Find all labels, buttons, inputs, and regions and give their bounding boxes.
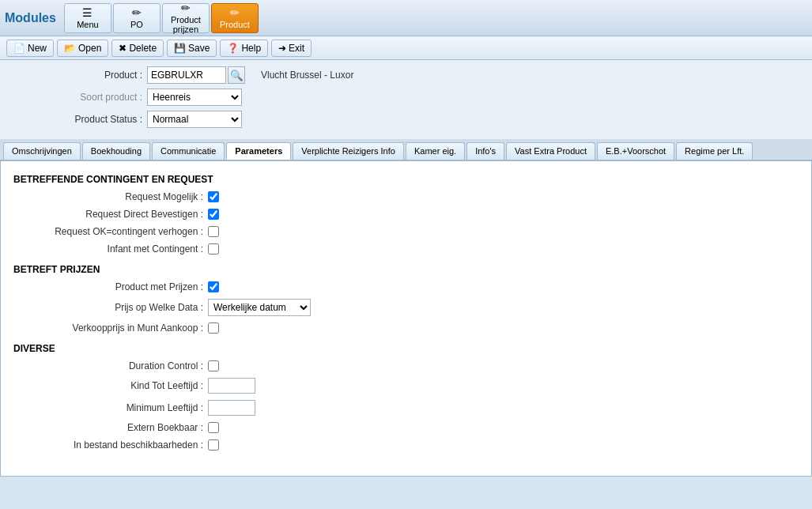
save-button[interactable]: 💾 Save — [167, 40, 217, 57]
inbestand-checkbox[interactable] — [208, 439, 219, 451]
request-direct-row: Request Direct Bevestigen : — [13, 209, 799, 220]
tab-boekhouding[interactable]: Boekhouding — [82, 142, 150, 160]
toolbar-top: Modules ☰ Menu ✏ PO ✏ Product prijzen ✏ … — [0, 0, 812, 36]
verkoopprijs-label: Verkoopprijs in Munt Aankoop : — [13, 322, 203, 334]
po-icon: ✏ — [132, 6, 142, 19]
exit-label: Exit — [289, 43, 304, 54]
verkoopprijs-checkbox[interactable] — [208, 322, 219, 334]
toolbar-btn-product[interactable]: ✏ Product — [211, 3, 259, 33]
tab-verplichte-reizigers-info[interactable]: Verplichte Reizigers Info — [293, 142, 404, 160]
product-name-text: Vlucht Brussel - Luxor — [261, 70, 353, 81]
tab-eb-voorschot[interactable]: E.B.+Voorschot — [597, 142, 674, 160]
request-mogelijk-checkbox[interactable] — [208, 191, 219, 202]
toolbar-btn-product-prijzen[interactable]: ✏ Product prijzen — [162, 3, 210, 33]
prijs-op-data-label: Prijs op Welke Data : — [13, 302, 203, 313]
delete-button[interactable]: ✖ Delete — [111, 40, 164, 57]
tab-regime-per-lft[interactable]: Regime per Lft. — [676, 142, 753, 160]
delete-label: Delete — [129, 43, 157, 54]
exit-icon: ➜ — [278, 43, 286, 54]
save-label: Save — [188, 43, 210, 54]
request-mogelijk-label: Request Mogelijk : — [13, 191, 203, 202]
app-title: Modules — [5, 11, 56, 25]
infant-checkbox[interactable] — [208, 243, 219, 254]
soort-product-label: Soort product : — [16, 92, 142, 103]
minimum-label: Minimum Leeftijd : — [13, 402, 203, 413]
section2-header: BETREFT PRIJZEN — [13, 264, 799, 275]
product-status-label: Product Status : — [16, 114, 142, 125]
save-icon: 💾 — [174, 43, 186, 54]
new-icon: 📄 — [13, 43, 25, 54]
product-met-prijzen-row: Product met Prijzen : — [13, 281, 799, 292]
soort-product-select[interactable]: Heenreis — [147, 89, 242, 106]
verkoopprijs-row: Verkoopprijs in Munt Aankoop : — [13, 322, 799, 334]
exit-button[interactable]: ➜ Exit — [271, 40, 312, 57]
minimum-input[interactable] — [208, 400, 255, 416]
prijs-op-data-select[interactable]: Werkelijke datum Boekingsdatum — [208, 299, 311, 316]
request-ok-row: Request OK=contingent verhogen : — [13, 226, 799, 237]
request-mogelijk-row: Request Mogelijk : — [13, 191, 799, 202]
request-ok-label: Request OK=contingent verhogen : — [13, 226, 203, 237]
inbestand-row: In bestand beschikbaarheden : — [13, 439, 799, 451]
product-met-prijzen-label: Product met Prijzen : — [13, 281, 203, 292]
tab-parameters[interactable]: Parameters — [226, 142, 291, 160]
product-icon: ✏ — [230, 6, 240, 19]
infant-row: Infant met Contingent : — [13, 243, 799, 254]
soort-product-row: Soort product : Heenreis — [16, 89, 796, 106]
product-met-prijzen-checkbox[interactable] — [208, 281, 219, 292]
product-row: Product : 🔍 Vlucht Brussel - Luxor — [16, 66, 796, 84]
product-input[interactable] — [147, 66, 226, 84]
duration-row: Duration Control : — [13, 360, 799, 371]
new-button[interactable]: 📄 New — [6, 40, 54, 57]
tab-infos[interactable]: Info's — [466, 142, 504, 160]
open-icon: 📂 — [64, 43, 76, 54]
extern-label: Extern Boekbaar : — [13, 422, 203, 433]
product-status-row: Product Status : Normaal — [16, 111, 796, 128]
action-bar: 📄 New 📂 Open ✖ Delete 💾 Save ❓ Help ➜ Ex… — [0, 36, 812, 60]
tab-vast-extra-product[interactable]: Vast Extra Product — [506, 142, 595, 160]
kind-tot-input[interactable] — [208, 378, 255, 394]
toolbar-btn-menu[interactable]: ☰ Menu — [64, 3, 111, 33]
tab-omschrijvingen[interactable]: Omschrijvingen — [3, 142, 81, 160]
request-ok-checkbox[interactable] — [208, 226, 219, 237]
menu-icon: ☰ — [82, 6, 93, 19]
minimum-row: Minimum Leeftijd : — [13, 400, 799, 416]
help-label: Help — [241, 43, 261, 54]
open-label: Open — [78, 43, 101, 54]
toolbar-menu-label: Menu — [77, 20, 99, 29]
tabs-bar: Omschrijvingen Boekhouding Communicatie … — [0, 139, 812, 160]
infant-label: Infant met Contingent : — [13, 243, 203, 254]
product-prijzen-icon: ✏ — [181, 2, 191, 14]
product-search-button[interactable]: 🔍 — [228, 66, 245, 84]
prijs-op-data-row: Prijs op Welke Data : Werkelijke datum B… — [13, 299, 799, 316]
search-icon: 🔍 — [230, 70, 244, 81]
extern-row: Extern Boekbaar : — [13, 422, 799, 433]
open-button[interactable]: 📂 Open — [57, 40, 108, 57]
tab-communicatie[interactable]: Communicatie — [152, 142, 225, 160]
toolbar-product-prijzen-label: Product prijzen — [163, 15, 209, 34]
duration-checkbox[interactable] — [208, 360, 219, 371]
section1-header: BETREFFENDE CONTINGENT EN REQUEST — [13, 174, 799, 185]
duration-label: Duration Control : — [13, 360, 203, 371]
form-area: Product : 🔍 Vlucht Brussel - Luxor Soort… — [0, 60, 812, 139]
new-label: New — [28, 43, 47, 54]
request-direct-checkbox[interactable] — [208, 209, 219, 220]
help-button[interactable]: ❓ Help — [220, 40, 268, 57]
product-status-select[interactable]: Normaal — [147, 111, 242, 128]
extern-checkbox[interactable] — [208, 422, 219, 433]
tab-kamer-eig[interactable]: Kamer eig. — [406, 142, 465, 160]
section3-header: DIVERSE — [13, 343, 799, 354]
kind-tot-row: Kind Tot Leeftijd : — [13, 378, 799, 394]
toolbar-product-label: Product — [220, 20, 250, 29]
product-label: Product : — [16, 70, 142, 81]
toolbar-btn-po[interactable]: ✏ PO — [113, 3, 161, 33]
inbestand-label: In bestand beschikbaarheden : — [13, 439, 203, 451]
toolbar-po-label: PO — [130, 20, 143, 29]
delete-icon: ✖ — [119, 43, 127, 54]
help-icon: ❓ — [227, 43, 239, 54]
content-panel: BETREFFENDE CONTINGENT EN REQUEST Reques… — [0, 160, 812, 477]
request-direct-label: Request Direct Bevestigen : — [13, 209, 203, 220]
kind-tot-label: Kind Tot Leeftijd : — [13, 380, 203, 391]
